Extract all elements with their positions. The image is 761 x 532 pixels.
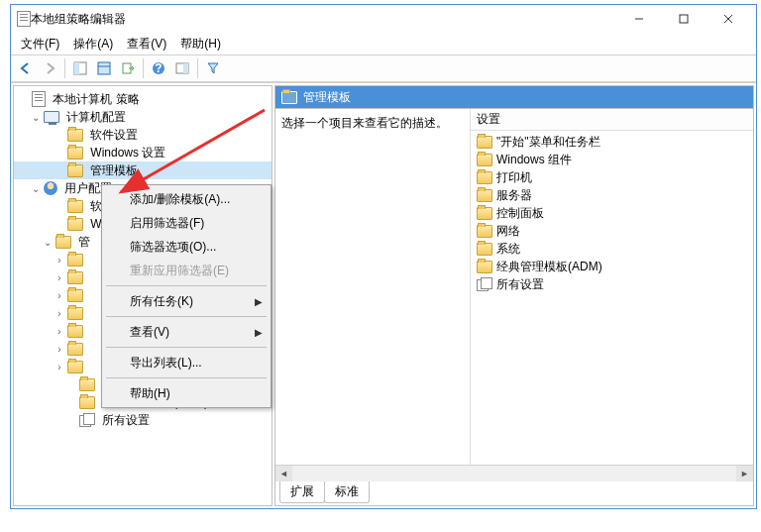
svg-text:?: ? <box>155 61 162 75</box>
folder-icon <box>67 218 83 231</box>
help-button[interactable]: ? <box>148 57 169 79</box>
folder-icon <box>67 343 83 356</box>
menu-file[interactable]: 文件(F) <box>15 34 65 54</box>
list-item[interactable]: Windows 组件 <box>471 151 753 168</box>
folder-icon <box>477 189 492 202</box>
menubar: 文件(F) 操作(A) 查看(V) 帮助(H) <box>11 33 756 54</box>
expand-icon[interactable]: › <box>54 272 65 283</box>
folder-icon <box>477 207 492 220</box>
ctx-view[interactable]: 查看(V)▶ <box>104 320 269 344</box>
menu-separator <box>106 377 267 378</box>
export-button[interactable] <box>117 57 139 79</box>
tree-computer-config[interactable]: ⌄ 计算机配置 <box>14 108 272 126</box>
ctx-all-tasks[interactable]: 所有任务(K)▶ <box>104 289 269 313</box>
menu-action[interactable]: 操作(A) <box>67 34 119 54</box>
ctx-filter-options[interactable]: 筛选器选项(O)... <box>104 235 269 259</box>
list-item[interactable]: 系统 <box>471 240 753 258</box>
list-item[interactable]: "开始"菜单和任务栏 <box>471 133 753 151</box>
expand-icon[interactable]: › <box>54 290 65 301</box>
collapse-icon[interactable]: ⌄ <box>30 183 42 194</box>
folder-icon <box>55 236 71 249</box>
folder-icon <box>477 243 492 256</box>
ctx-export-list[interactable]: 导出列表(L)... <box>104 351 269 374</box>
ctx-enable-filter[interactable]: 启用筛选器(F) <box>104 211 269 235</box>
settings-list[interactable]: 设置 "开始"菜单和任务栏 Windows 组件 打印机 服务器 控制面板 网络… <box>470 109 753 465</box>
folder-icon <box>477 225 492 238</box>
list-item[interactable]: 经典管理模板(ADM) <box>471 258 753 275</box>
folder-icon <box>477 154 492 166</box>
tab-standard[interactable]: 标准 <box>324 481 370 503</box>
detail-tabs: 扩展 标准 <box>275 481 753 505</box>
folder-icon <box>67 289 83 302</box>
expand-icon[interactable]: › <box>54 326 65 337</box>
tree-root[interactable]: 本地计算机 策略 <box>14 90 272 108</box>
properties-button[interactable] <box>93 57 115 79</box>
minimize-button[interactable] <box>616 5 661 33</box>
tree-software-settings[interactable]: 软件设置 <box>14 126 272 144</box>
details-pane: 管理模板 选择一个项目来查看它的描述。 设置 "开始"菜单和任务栏 Window… <box>274 85 754 506</box>
folder-icon <box>67 129 83 142</box>
column-header-setting[interactable]: 设置 <box>471 109 753 131</box>
ctx-help[interactable]: 帮助(H) <box>104 381 269 405</box>
folder-icon <box>477 171 492 184</box>
list-item[interactable]: 所有设置 <box>471 275 753 293</box>
svg-rect-1 <box>680 15 688 23</box>
folder-icon <box>67 307 83 320</box>
expand-icon[interactable]: › <box>54 308 65 319</box>
nav-back-button[interactable] <box>15 57 37 79</box>
expand-icon[interactable]: › <box>54 255 65 266</box>
context-menu: 添加/删除模板(A)... 启用筛选器(F) 筛选器选项(O)... 重新应用筛… <box>101 184 272 408</box>
folder-icon <box>79 378 95 391</box>
folder-icon <box>79 396 95 409</box>
close-button[interactable] <box>706 5 750 33</box>
expand-icon[interactable]: › <box>54 344 65 355</box>
tab-extended[interactable]: 扩展 <box>279 481 325 503</box>
expand-icon[interactable]: › <box>54 362 65 372</box>
filter-button[interactable] <box>202 57 224 79</box>
svg-rect-5 <box>74 62 79 74</box>
collapse-icon[interactable]: ⌄ <box>30 112 42 123</box>
description-hint: 选择一个项目来查看它的描述。 <box>281 116 448 130</box>
computer-icon <box>44 111 59 123</box>
menu-separator <box>106 316 267 317</box>
ctx-add-remove-templates[interactable]: 添加/删除模板(A)... <box>104 187 269 211</box>
folder-icon <box>67 325 83 338</box>
menu-separator <box>106 347 267 348</box>
menu-view[interactable]: 查看(V) <box>121 34 172 54</box>
app-icon <box>17 11 31 27</box>
submenu-arrow-icon: ▶ <box>255 296 263 307</box>
toolbar: ? <box>11 54 756 82</box>
submenu-arrow-icon: ▶ <box>255 327 263 338</box>
folder-icon <box>67 147 83 160</box>
tree-all-settings[interactable]: 所有设置 <box>14 411 272 429</box>
scroll-right-button[interactable]: ► <box>736 466 753 482</box>
folder-icon <box>477 136 492 149</box>
details-header: 管理模板 <box>275 86 753 108</box>
tree-windows-settings[interactable]: Windows 设置 <box>14 144 272 161</box>
list-item[interactable]: 打印机 <box>471 168 753 186</box>
list-item[interactable]: 服务器 <box>471 186 753 204</box>
titlebar[interactable]: 本地组策略编辑器 <box>11 5 756 33</box>
scroll-left-button[interactable]: ◄ <box>275 466 292 482</box>
svg-rect-6 <box>98 62 110 74</box>
folder-icon <box>477 261 492 273</box>
settings-icon <box>79 413 95 427</box>
folder-icon <box>67 254 83 266</box>
window-title: 本地组策略编辑器 <box>31 11 616 28</box>
maximize-button[interactable] <box>661 5 706 33</box>
action-pane-button[interactable] <box>171 57 193 79</box>
folder-icon <box>67 361 83 373</box>
settings-icon <box>477 277 492 291</box>
folder-icon <box>281 91 297 104</box>
policy-icon <box>32 91 46 107</box>
menu-help[interactable]: 帮助(H) <box>174 34 227 54</box>
show-hide-tree-button[interactable] <box>69 57 91 79</box>
horizontal-scrollbar[interactable]: ◄ ► <box>275 465 753 481</box>
list-item[interactable]: 控制面板 <box>471 204 753 222</box>
list-item[interactable]: 网络 <box>471 222 753 240</box>
collapse-icon[interactable]: ⌄ <box>42 237 54 248</box>
details-header-title: 管理模板 <box>303 89 351 106</box>
nav-forward-button[interactable] <box>39 57 60 79</box>
tree-admin-templates[interactable]: 管理模板 <box>14 161 272 179</box>
folder-icon <box>67 200 83 213</box>
